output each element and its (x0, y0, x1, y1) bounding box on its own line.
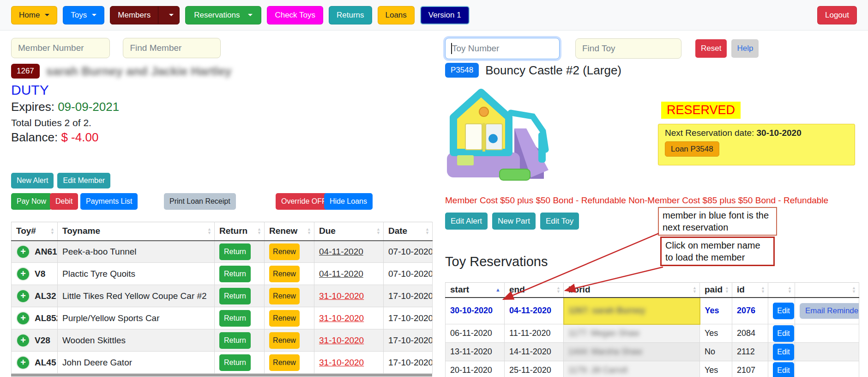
edit-toy-button[interactable]: Edit Toy (540, 213, 579, 230)
payments-list-button[interactable]: Payments List (80, 193, 138, 210)
edit-member-button[interactable]: Edit Member (57, 173, 110, 188)
col-header-toy[interactable]: Toy# (12, 222, 58, 241)
col-header-due[interactable]: Due (314, 222, 384, 241)
expand-plus-icon[interactable]: + (16, 289, 30, 303)
expand-plus-icon[interactable]: + (16, 267, 30, 281)
nav-reservations-button[interactable]: Reservations (185, 6, 261, 24)
version-badge[interactable]: Version 1 (420, 6, 470, 24)
return-button[interactable]: Return (219, 332, 251, 349)
reservation-paid: Yes (700, 298, 732, 324)
return-button[interactable]: Return (219, 266, 251, 282)
help-button[interactable]: Help (731, 39, 759, 58)
col-header-edit[interactable] (768, 283, 795, 298)
edit-reservation-button[interactable]: Edit (773, 362, 794, 377)
toy-number-input[interactable] (445, 38, 560, 59)
expand-plus-icon[interactable]: + (16, 356, 30, 370)
nav-home-button[interactable]: Home (11, 6, 57, 24)
toy-identity-row: P3548 Bouncy Castle #2 (Large) (445, 63, 621, 78)
toy-number: V28 (35, 335, 50, 346)
renew-button[interactable]: Renew (269, 332, 300, 349)
loan-row: +AL32 Little Tikes Red Yellow Coupe Car … (12, 285, 433, 307)
reservation-member-link[interactable]: 1267: sarah Burney (564, 298, 700, 324)
sort-icon (725, 286, 729, 293)
loan-row: +AL45 John Deere Gator Return Renew 31-1… (12, 352, 433, 374)
email-reminder-button[interactable]: Email Reminder (800, 303, 859, 319)
due-date-link[interactable]: 04-11-2020 (319, 247, 363, 256)
sort-ascending-icon (495, 287, 500, 292)
due-date-link[interactable]: 31-10-2020 (319, 358, 364, 367)
col-header-toyname[interactable]: Toyname (58, 222, 215, 241)
nav-loans-button[interactable]: Loans (378, 6, 415, 24)
expand-plus-icon[interactable]: + (16, 245, 30, 259)
due-date-link[interactable]: 31-10-2020 (319, 313, 364, 323)
edit-alert-button[interactable]: Edit Alert (445, 213, 488, 230)
top-navbar: Home Toys Members Reservations Check Toy… (0, 0, 868, 30)
toy-search-row: Reset Help (445, 38, 759, 59)
loans-table-wrap: Toy# Toyname Return Renew Due Date +AN61… (11, 222, 433, 377)
col-header-end[interactable]: end (505, 283, 564, 298)
print-loan-receipt-button[interactable]: Print Loan Receipt (164, 193, 236, 210)
due-date-link[interactable]: 04-11-2020 (319, 269, 363, 279)
expand-plus-icon[interactable]: + (16, 334, 30, 347)
nav-members-label[interactable]: Members (110, 6, 158, 24)
edit-reservation-button[interactable]: Edit (773, 344, 794, 360)
member-number-input[interactable] (11, 38, 110, 58)
reservation-start: 20-11-2020 (446, 361, 505, 377)
sort-icon (425, 227, 429, 235)
reset-button[interactable]: Reset (695, 39, 727, 58)
member-name: sarah Burney and Jackie Hartley (46, 64, 232, 79)
table-scrollbar[interactable] (11, 374, 432, 377)
loans-table: Toy# Toyname Return Renew Due Date +AN61… (11, 222, 433, 374)
due-date-link[interactable]: 31-10-2020 (319, 335, 364, 345)
col-header-actions[interactable] (795, 283, 859, 298)
col-header-start[interactable]: start (446, 283, 505, 298)
reservation-member-link[interactable]: 1177: Megan Shaw (564, 324, 700, 343)
debit-button[interactable]: Debit (50, 193, 78, 210)
chevron-down-icon (248, 14, 253, 16)
reservation-member-link[interactable]: 1179: Jill Carroll (564, 361, 700, 377)
logout-button[interactable]: Logout (817, 6, 857, 24)
find-member-input[interactable] (123, 38, 221, 58)
renew-button[interactable]: Renew (269, 310, 300, 327)
return-button[interactable]: Return (219, 288, 251, 304)
col-header-date[interactable]: Date (384, 222, 433, 241)
next-reservation-date: 30-10-2020 (757, 128, 802, 138)
edit-reservation-button[interactable]: Edit (773, 303, 794, 319)
override-button[interactable]: Override OFF (276, 193, 332, 210)
col-header-renew[interactable]: Renew (265, 222, 314, 241)
toy-panel: Reset Help P3548 Bouncy Castle #2 (Large… (445, 38, 859, 377)
loans-header-row: Toy# Toyname Return Renew Due Date (12, 222, 433, 241)
reservation-row: 20-11-2020 25-11-2020 1179: Jill Carroll… (446, 361, 859, 377)
edit-reservation-button[interactable]: Edit (773, 325, 794, 342)
member-name: 1267: sarah Burney (569, 306, 645, 315)
nav-check-toys-button[interactable]: Check Toys (267, 6, 323, 24)
col-header-borid[interactable]: borid (564, 283, 700, 298)
expand-plus-icon[interactable]: + (16, 311, 30, 325)
expires-label: Expires: (11, 100, 54, 114)
col-header-paid[interactable]: paid (700, 283, 732, 298)
renew-button[interactable]: Renew (269, 288, 300, 304)
nav-members-button[interactable]: Members (110, 6, 180, 24)
reservation-row: 06-11-2020 11-11-2020 1177: Megan Shaw Y… (446, 324, 859, 343)
find-toy-input[interactable] (575, 38, 681, 59)
col-header-id[interactable]: id (732, 283, 768, 298)
due-date-link[interactable]: 31-10-2020 (319, 291, 364, 301)
toy-number: AN617 (35, 247, 58, 257)
new-alert-button[interactable]: New Alert (11, 173, 54, 188)
renew-button[interactable]: Renew (269, 243, 300, 260)
renew-button[interactable]: Renew (269, 266, 300, 282)
new-part-button[interactable]: New Part (492, 213, 536, 230)
nav-toys-button[interactable]: Toys (63, 6, 104, 24)
reservation-member-link[interactable]: 1444: Marsha Shaw (564, 343, 700, 361)
renew-button[interactable]: Renew (269, 354, 300, 371)
pay-now-button[interactable]: Pay Now (11, 193, 52, 210)
return-button[interactable]: Return (219, 354, 251, 371)
nav-returns-button[interactable]: Returns (329, 6, 372, 24)
loan-toy-button[interactable]: Loan P3548 (665, 141, 719, 157)
return-button[interactable]: Return (219, 243, 251, 260)
next-reservation-label: Next Reservation date: (665, 128, 757, 138)
col-header-return[interactable]: Return (215, 222, 265, 241)
hide-loans-button[interactable]: Hide Loans (324, 193, 373, 210)
return-button[interactable]: Return (219, 310, 251, 327)
nav-members-dropdown-toggle[interactable] (158, 6, 179, 24)
